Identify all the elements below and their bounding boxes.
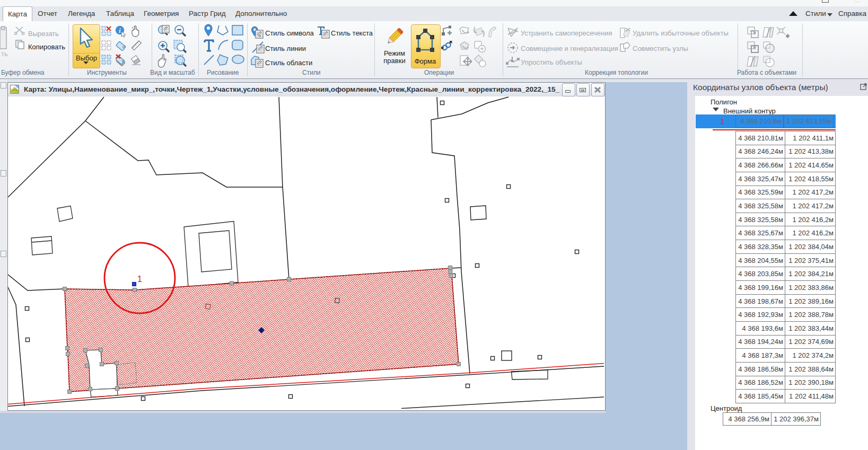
svg-text:1: 1 <box>137 275 142 284</box>
